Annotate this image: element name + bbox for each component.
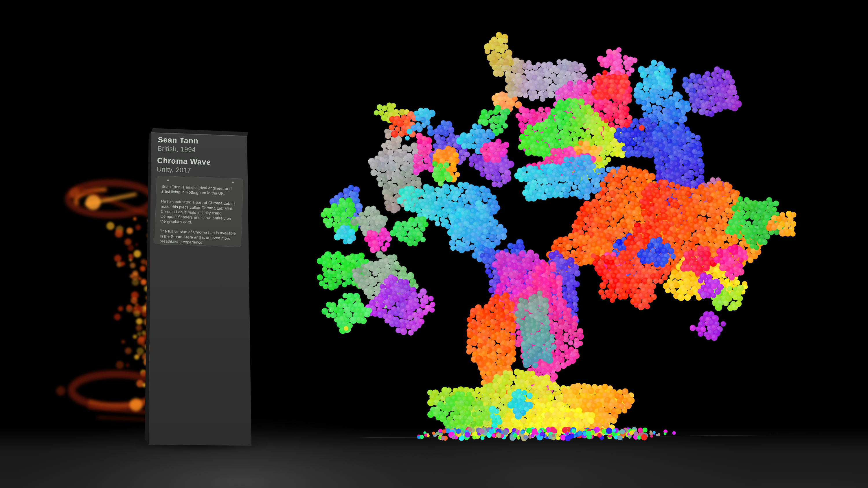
gallery-scene: Sean Tann British, 1994 Chroma Wave Unit… (0, 0, 868, 488)
description-paragraph-3: The full version of Chroma Lab is availa… (160, 229, 237, 246)
description-paragraph-1: Sean Tann is an electrical engineer and … (161, 184, 238, 197)
description-panel: Sean Tann is an electrical engineer and … (155, 176, 244, 247)
panel-pin-right-icon (232, 182, 234, 183)
placard: Sean Tann British, 1994 Chroma Wave Unit… (155, 135, 245, 247)
panel-pin-left-icon (167, 180, 169, 181)
pedestal (0, 0, 868, 488)
description-paragraph-2: He has extracted a part of Chroma Lab to… (160, 199, 238, 226)
